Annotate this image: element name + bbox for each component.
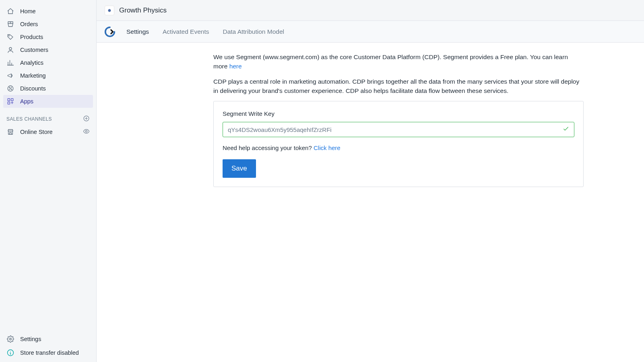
sidebar-item-label: Discounts	[20, 85, 46, 92]
para1-text: We use Segment (www.segment.com) as the …	[213, 53, 568, 70]
intro-paragraph-2: CDP plays a central role in marketing au…	[213, 77, 584, 96]
brand-logo-icon	[104, 26, 116, 38]
help-link[interactable]: Click here	[314, 144, 341, 151]
sidebar-item-discounts[interactable]: Discounts	[3, 82, 93, 95]
channel-online-store[interactable]: Online Store	[0, 125, 96, 138]
content-area: We use Segment (www.segment.com) as the …	[97, 43, 644, 362]
sales-channels-header: SALES CHANNELS	[0, 108, 96, 125]
info-icon	[6, 349, 14, 357]
sidebar-item-orders[interactable]: Orders	[3, 18, 93, 31]
settings-label: Settings	[20, 336, 41, 342]
svg-point-0	[9, 35, 10, 36]
intro-paragraph-1: We use Segment (www.segment.com) as the …	[213, 52, 584, 71]
user-icon	[6, 46, 14, 54]
sidebar-item-marketing[interactable]: Marketing	[3, 69, 93, 82]
page-title: Growth Physics	[119, 6, 167, 14]
sidebar-item-apps[interactable]: Apps	[3, 95, 93, 108]
segment-key-card: Segment Write Key Need help accessing yo…	[213, 101, 584, 187]
section-title-label: SALES CHANNELS	[6, 116, 52, 122]
help-prefix: Need help accessing your token?	[223, 144, 314, 151]
tab-label: Activated Events	[163, 28, 209, 35]
sidebar-item-label: Products	[20, 34, 43, 40]
tab-settings[interactable]: Settings	[126, 28, 149, 35]
sidebar: Home Orders Products Customers Analytics…	[0, 0, 97, 362]
sidebar-item-label: Orders	[20, 21, 38, 27]
segment-write-key-input[interactable]	[223, 122, 574, 137]
analytics-icon	[6, 59, 14, 67]
svg-point-10	[10, 338, 12, 340]
channel-label: Online Store	[20, 129, 53, 135]
page-header: ⬢ Growth Physics	[97, 0, 644, 21]
sidebar-item-transfer[interactable]: Store transfer disabled	[3, 346, 93, 360]
store-icon	[6, 128, 14, 136]
app-logo-icon: ⬢	[105, 6, 114, 15]
sidebar-item-customers[interactable]: Customers	[3, 43, 93, 56]
tag-icon	[6, 33, 14, 41]
megaphone-icon	[6, 72, 14, 80]
view-channel-icon[interactable]	[83, 128, 90, 136]
tab-data-attribution-model[interactable]: Data Attribution Model	[223, 28, 284, 35]
check-icon	[562, 125, 570, 134]
learn-more-link[interactable]: here	[229, 63, 242, 70]
home-icon	[6, 7, 14, 15]
svg-rect-6	[11, 99, 13, 101]
svg-rect-7	[8, 102, 10, 104]
sidebar-item-settings[interactable]: Settings	[3, 332, 93, 346]
main-content: ⬢ Growth Physics Settings Activated Even…	[97, 0, 644, 362]
svg-point-3	[9, 87, 10, 88]
save-button[interactable]: Save	[223, 159, 256, 178]
tab-label: Settings	[126, 28, 149, 35]
add-channel-icon[interactable]	[83, 115, 90, 123]
sidebar-item-label: Customers	[20, 47, 48, 53]
sidebar-item-label: Apps	[20, 98, 33, 105]
sidebar-item-label: Home	[20, 8, 36, 14]
sidebar-item-home[interactable]: Home	[3, 5, 93, 18]
apps-icon	[6, 97, 14, 105]
help-text: Need help accessing your token? Click he…	[223, 144, 574, 151]
svg-point-9	[85, 130, 87, 132]
svg-point-1	[9, 47, 12, 50]
gear-icon	[6, 335, 14, 343]
sidebar-item-analytics[interactable]: Analytics	[3, 56, 93, 69]
tabs-bar: Settings Activated Events Data Attributi…	[97, 21, 644, 43]
sidebar-item-label: Analytics	[20, 60, 43, 66]
sidebar-item-label: Marketing	[20, 72, 46, 79]
field-label: Segment Write Key	[223, 110, 574, 117]
tab-label: Data Attribution Model	[223, 28, 284, 35]
svg-point-4	[11, 89, 12, 90]
transfer-label: Store transfer disabled	[20, 350, 79, 356]
svg-rect-5	[8, 99, 10, 101]
tab-activated-events[interactable]: Activated Events	[163, 28, 209, 35]
orders-icon	[6, 20, 14, 28]
sidebar-item-products[interactable]: Products	[3, 31, 93, 43]
discount-icon	[6, 84, 14, 93]
